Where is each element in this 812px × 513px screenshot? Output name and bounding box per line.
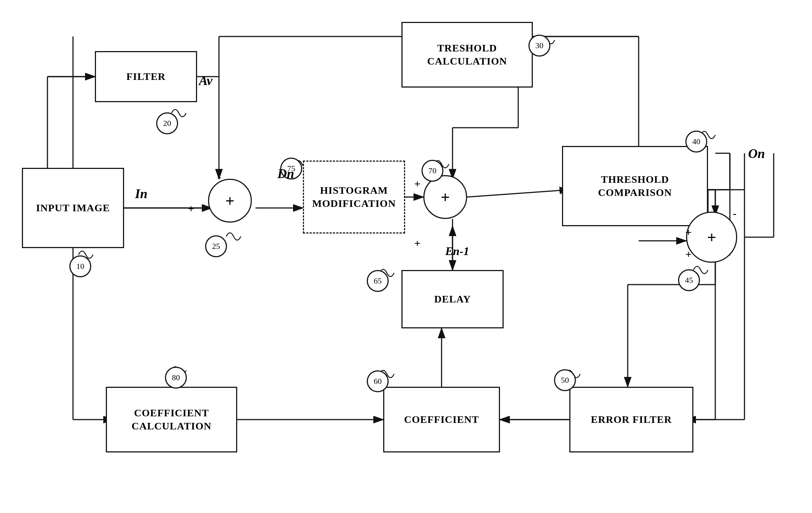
sum1-circle: +	[208, 179, 252, 223]
ref-40: 40	[685, 131, 707, 153]
label-in: In	[135, 186, 147, 201]
filter-block: FILTER	[95, 51, 197, 102]
ref-60: 60	[367, 370, 389, 392]
error-filter-block: ERROR FILTER	[569, 387, 693, 452]
threshold-calc-block: TRESHOLD CALCULATION	[401, 22, 533, 88]
ref-25: 25	[205, 235, 227, 257]
input-image-block: INPUT IMAGE	[22, 168, 124, 248]
sign-minus1: -	[218, 171, 221, 183]
histogram-block: HISTOGRAM MODIFICATION	[303, 161, 405, 234]
ref-50: 50	[554, 369, 576, 391]
sign-plus6: +	[685, 248, 692, 261]
ref-20: 20	[156, 112, 178, 134]
coefficient-block: COEFFICIENT	[383, 387, 500, 452]
sum3-circle: +	[686, 212, 737, 263]
ref-45: 45	[678, 269, 700, 291]
sign-plus2: +	[414, 178, 420, 190]
threshold-comp-block: THRESHOLD COMPARISON	[562, 146, 708, 226]
delay-block: DELAY	[401, 270, 504, 328]
ref-10: 10	[69, 255, 91, 277]
sign-minus2: -	[733, 207, 736, 220]
sum2-circle: +	[423, 175, 467, 219]
sign-plus3: +	[414, 237, 420, 250]
sign-plus1: +	[188, 202, 194, 215]
svg-line-15	[467, 190, 569, 197]
label-av: Av	[199, 73, 212, 88]
label-en1: En-1	[445, 244, 469, 258]
coeff-calc-block: COEFFICIENT CALCULATION	[106, 387, 237, 452]
label-on: On	[748, 146, 765, 161]
label-dn: Dn	[277, 166, 294, 181]
sign-plus5: +	[685, 226, 692, 239]
ref-70: 70	[422, 160, 443, 182]
ref-65: 65	[367, 270, 389, 292]
ref-30: 30	[528, 35, 550, 57]
diagram: INPUT IMAGE FILTER HISTOGRAM MODIFICATIO…	[0, 0, 812, 513]
ref-80: 80	[165, 367, 187, 389]
